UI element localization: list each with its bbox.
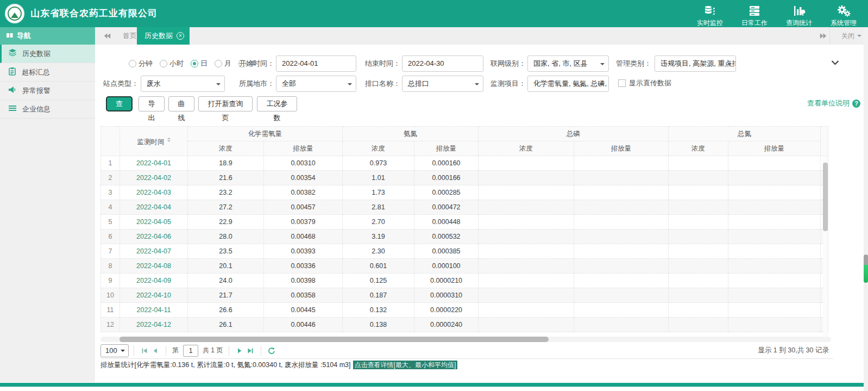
cell-value: 26.1 [188, 318, 264, 332]
period-radio-日[interactable]: 日 [191, 59, 207, 69]
sidebar-item-label: 企业信息 [22, 104, 51, 114]
tabs-scroll-left-icon[interactable] [100, 27, 114, 45]
page-size-select[interactable]: 100 [100, 344, 129, 357]
start-time-input[interactable]: 2022-04-01 [276, 55, 356, 72]
window-scrollbar[interactable] [864, 27, 868, 391]
unit-link-label: 查看单位说明 [807, 98, 850, 108]
cell-value [479, 215, 574, 229]
divider [134, 346, 134, 356]
select-value: 总排口 [408, 79, 429, 88]
sidebar-item-exceed-summary[interactable]: 超标汇总 [0, 63, 95, 82]
menu-daily-work[interactable]: 日常工作 [739, 3, 770, 28]
stats-detail-link[interactable]: 点击查看详情[最大、最小和平均值] [353, 361, 458, 369]
cell-value [728, 185, 821, 200]
scrollbar-thumb[interactable] [119, 337, 549, 342]
select-value: 国家, 省, 市, 区县 [533, 59, 588, 67]
cell-date[interactable]: 2022-04-08 [120, 259, 188, 274]
cell-value: 26.6 [188, 303, 264, 318]
cell-date[interactable]: 2022-04-02 [120, 171, 188, 185]
sort-icon[interactable] [167, 136, 171, 144]
end-time-label: 结束时间： [364, 55, 400, 72]
unit-description-link[interactable]: 查看单位说明 ? [807, 98, 860, 108]
row-number-header [101, 127, 120, 156]
row-index: 3 [101, 185, 120, 200]
table-vertical-scrollbar[interactable] [823, 157, 828, 336]
checkbox-icon[interactable] [618, 79, 626, 87]
cell-value [574, 171, 669, 185]
menu-realtime-monitor[interactable]: 实时监控 [694, 3, 726, 28]
last-page-button[interactable] [245, 345, 256, 356]
end-time-input[interactable]: 2022-04-30 [402, 55, 483, 72]
cell-date[interactable]: 2022-04-05 [120, 215, 188, 229]
cell-date[interactable]: 2022-04-03 [120, 185, 188, 200]
page-total: 共 1 页 [203, 346, 223, 355]
sidebar-item-abnormal-alarm[interactable]: 异常报警 [0, 82, 95, 100]
cell-value [728, 171, 821, 185]
sidebar-item-history-data[interactable]: 历史数据 [0, 45, 95, 63]
refresh-icon[interactable] [266, 345, 277, 356]
condition-params-button[interactable]: 工况参数 [257, 96, 297, 111]
export-button[interactable]: 导出 [139, 96, 165, 111]
sub-header: 浓度 [479, 141, 574, 156]
cell-date[interactable]: 2022-04-07 [120, 244, 188, 259]
cell-date[interactable]: 2022-04-11 [120, 303, 188, 318]
cell-date[interactable]: 2022-04-10 [120, 288, 188, 303]
row-index: 10 [101, 288, 120, 303]
cell-date[interactable]: 2022-04-09 [120, 274, 188, 288]
tabs-close-menu[interactable]: 关闭 [841, 27, 861, 45]
period-radio-分钟[interactable]: 分钟 [129, 59, 153, 69]
cell-value: 2.70 [343, 215, 414, 229]
scrollbar-thumb[interactable] [864, 265, 868, 283]
tab-history-data[interactable]: 历史数据 × [137, 27, 190, 45]
sub-header: 排放量 [574, 141, 669, 156]
page-size-value: 100 [105, 346, 117, 355]
group-header: 氨氮 [343, 127, 479, 141]
cell-value: 0.00310 [264, 156, 343, 171]
tab-close-icon[interactable]: × [177, 32, 184, 40]
row-index: 7 [101, 244, 120, 259]
cell-value: 0.00468 [264, 229, 343, 244]
period-radio-小时[interactable]: 小时 [160, 59, 184, 69]
period-radio-月[interactable]: 月 [215, 59, 231, 69]
cell-date[interactable]: 2022-04-12 [120, 318, 188, 332]
radio-dot-icon [191, 60, 198, 67]
next-page-button[interactable] [234, 345, 245, 356]
filter-collapse-icon[interactable] [831, 58, 839, 68]
cell-value: 21.7 [188, 288, 264, 303]
cell-value: 0.601 [343, 259, 414, 274]
tabs-scroll-right-icon[interactable] [817, 27, 830, 45]
cell-date[interactable]: 2022-04-01 [120, 156, 188, 171]
menu-query-stats[interactable]: 查询统计 [783, 3, 815, 28]
monitor-item-select[interactable]: 化学需氧量, 氨氮, 总磷, 总... [527, 76, 609, 92]
table-horizontal-scrollbar[interactable] [100, 337, 831, 342]
cell-value [669, 171, 728, 185]
select-value: 化学需氧量, 氨氮, 总磷, 总... [533, 79, 609, 88]
city-select[interactable]: 全部 [276, 76, 356, 92]
direct-data-checkbox-row[interactable]: 显示直传数据 [618, 78, 671, 88]
time-column-header[interactable]: 监测时间 [120, 127, 188, 156]
outlet-name-select[interactable]: 总排口 [402, 76, 483, 92]
network-level-select[interactable]: 国家, 省, 市, 区县 [527, 55, 609, 72]
query-button[interactable]: 查询 [106, 96, 133, 111]
scrollbar-thumb-cap[interactable] [864, 255, 868, 265]
station-type-select[interactable]: 废水 [141, 76, 225, 92]
first-page-button[interactable] [139, 345, 150, 356]
prev-page-button[interactable] [150, 345, 161, 356]
page-number-input[interactable]: 1 [183, 345, 198, 357]
manage-type-select[interactable]: 违规项目, 高架源, 重点排... [655, 55, 736, 72]
gears-icon [828, 3, 859, 17]
menu-system-admin[interactable]: 系统管理 [828, 3, 859, 28]
cell-date[interactable]: 2022-04-04 [120, 200, 188, 215]
cell-value: 0.00379 [264, 215, 343, 229]
row-index: 9 [101, 274, 120, 288]
new-query-page-button[interactable]: 打开新查询页 [198, 96, 253, 111]
cell-date[interactable]: 2022-04-06 [120, 229, 188, 244]
server-icon [739, 3, 770, 17]
curve-button[interactable]: 曲线 [168, 96, 194, 111]
scrollbar-thumb[interactable] [823, 163, 828, 231]
sidebar-item-company-info[interactable]: 企业信息 [0, 100, 95, 119]
tab-label: 历史数据 [144, 31, 173, 41]
select-value: 全部 [282, 79, 296, 88]
cell-value [728, 229, 821, 244]
layers-icon [8, 48, 17, 59]
